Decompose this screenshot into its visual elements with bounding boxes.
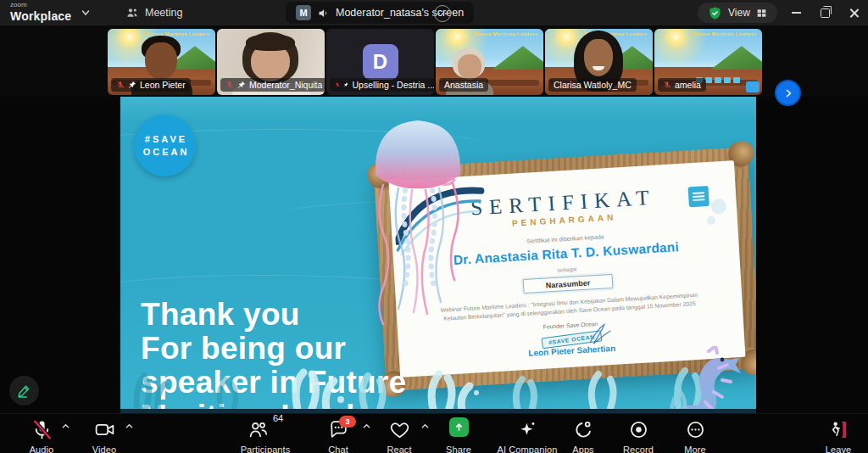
participant-name-pill: Clarisa Watloly_MC <box>548 78 637 92</box>
video-tile-clarisa-watloly[interactable]: Future Maritime Leaders Clarisa Watloly_… <box>545 29 653 95</box>
pin-icon <box>128 81 136 89</box>
video-strip: Future Maritime Leaders Leon Pieter Mode… <box>0 25 868 97</box>
chevron-down-icon[interactable] <box>81 8 90 17</box>
audio-label: Audio <box>30 445 54 453</box>
app-indicator-chip <box>746 81 760 92</box>
pin-icon <box>237 81 246 89</box>
close-icon <box>849 8 859 18</box>
video-tile-amelia[interactable]: Future Maritime Leaders amelia <box>654 29 762 95</box>
signature-scribble <box>584 322 614 346</box>
headline-line-1: Thank you <box>141 298 407 332</box>
certificate-role: Narasumber <box>522 274 613 294</box>
react-label: React <box>387 445 411 453</box>
share-screen-icon <box>449 417 469 437</box>
app-brand: zoom Workplace <box>10 2 71 23</box>
participant-name-pill: Leon Pieter <box>111 78 191 92</box>
layout-grid-icon <box>756 8 767 19</box>
video-button[interactable]: Video <box>80 417 129 453</box>
video-options-chevron[interactable] <box>125 422 133 430</box>
apps-button[interactable]: Apps <box>561 417 605 453</box>
chat-button[interactable]: 3 Chat <box>314 417 363 453</box>
screen-share-avatar: M <box>296 5 311 20</box>
people-icon <box>125 6 139 20</box>
muted-mic-icon <box>335 81 340 89</box>
react-button[interactable]: React <box>375 417 424 453</box>
share-button[interactable]: Share <box>434 417 483 453</box>
participant-name: Upselling - Destria ... <box>353 80 434 90</box>
heart-icon <box>389 419 410 440</box>
participant-name: Leon Pieter <box>140 80 186 90</box>
chevron-right-icon <box>783 88 793 98</box>
ai-companion-button[interactable]: AI Companion <box>490 417 565 453</box>
participant-name: Anastasia <box>444 80 483 90</box>
record-button[interactable]: Record <box>613 417 664 453</box>
more-label: More <box>684 445 705 453</box>
camera-icon <box>94 419 115 440</box>
titlebar: zoom Workplace Meeting M Moderator_natas… <box>0 0 868 25</box>
view-button[interactable]: View <box>698 3 777 23</box>
record-icon <box>628 419 649 440</box>
participants-count: 64 <box>273 413 283 423</box>
participant-name-pill: Moderator_Niquita <box>220 78 325 92</box>
zoom-window: zoom Workplace Meeting M Moderator_natas… <box>0 0 868 453</box>
next-videos-button[interactable] <box>775 80 801 106</box>
view-label: View <box>728 7 750 19</box>
badge-line-2: OCEAN <box>141 146 190 159</box>
headline-line-2: For being our <box>141 332 407 366</box>
muted-mic-icon <box>225 81 234 89</box>
virtual-bg-caption: Future Maritime Leaders <box>475 31 537 36</box>
participant-name-pill: Upselling - Destria ... <box>330 78 434 92</box>
video-tile-anastasia[interactable]: Future Maritime Leaders Anastasia <box>436 29 543 95</box>
tab-meeting[interactable]: Meeting <box>117 0 191 25</box>
video-tile-upselling-destria[interactable]: D Upselling - Destria ... <box>326 29 434 95</box>
close-button[interactable] <box>839 0 868 25</box>
apps-label: Apps <box>572 445 593 453</box>
leave-button[interactable]: Leave <box>814 417 863 453</box>
record-label: Record <box>623 445 654 453</box>
leave-label: Leave <box>826 445 851 453</box>
participant-name-pill: Anastasia <box>439 78 488 92</box>
bubble-decoration <box>707 216 716 226</box>
tab-options-button[interactable] <box>434 5 451 22</box>
chat-unread-badge: 3 <box>339 416 356 428</box>
more-button[interactable]: More <box>671 417 719 453</box>
video-label: Video <box>92 445 116 453</box>
tab-meeting-label: Meeting <box>145 7 182 19</box>
minimize-button[interactable] <box>782 0 810 25</box>
pin-icon <box>343 81 348 89</box>
restore-icon <box>821 8 830 18</box>
annotate-button[interactable] <box>9 376 39 405</box>
chat-label: Chat <box>328 445 348 453</box>
seahorse-illustration <box>659 346 748 413</box>
participant-name: Clarisa Watloly_MC <box>554 80 632 90</box>
audio-options-chevron[interactable] <box>62 422 70 430</box>
shared-screen: #SAVE OCEAN SERTIFIKAT PENGHARGAAN Sert <box>120 97 756 413</box>
ai-companion-label: AI Companion <box>498 445 558 453</box>
badge-line-1: #SAVE <box>142 133 187 146</box>
ai-sparkle-icon <box>517 419 538 440</box>
virtual-bg-caption: Future Maritime Leaders <box>693 31 756 36</box>
brand-workplace: Workplace <box>10 9 71 23</box>
avatar-initial: D <box>363 44 398 80</box>
muted-mic-icon <box>663 81 671 89</box>
leave-meeting-icon <box>828 419 849 440</box>
save-ocean-logo <box>688 186 709 207</box>
thank-you-headline: Thank you For being our speaker in Futur… <box>141 298 407 413</box>
more-icon <box>685 419 706 440</box>
security-shield-icon <box>708 6 722 20</box>
react-options-chevron[interactable] <box>421 422 429 430</box>
maximize-button[interactable] <box>810 0 839 25</box>
video-tile-leon-pieter[interactable]: Future Maritime Leaders Leon Pieter <box>108 29 215 95</box>
share-label: Share <box>446 445 471 453</box>
audio-button[interactable]: Audio <box>17 417 66 453</box>
participants-button[interactable]: 64 Participants <box>227 417 303 453</box>
muted-mic-icon <box>116 81 125 89</box>
brand-zoom: zoom <box>10 2 71 8</box>
chat-options-chevron[interactable] <box>363 422 370 430</box>
speaker-icon <box>317 7 330 20</box>
participants-icon <box>248 419 269 440</box>
save-ocean-badge: #SAVE OCEAN <box>134 115 196 176</box>
video-tile-moderator-niquita[interactable]: Moderator_Niquita <box>217 29 325 95</box>
participant-name: Moderator_Niquita <box>249 80 322 90</box>
participants-label: Participants <box>241 445 291 453</box>
